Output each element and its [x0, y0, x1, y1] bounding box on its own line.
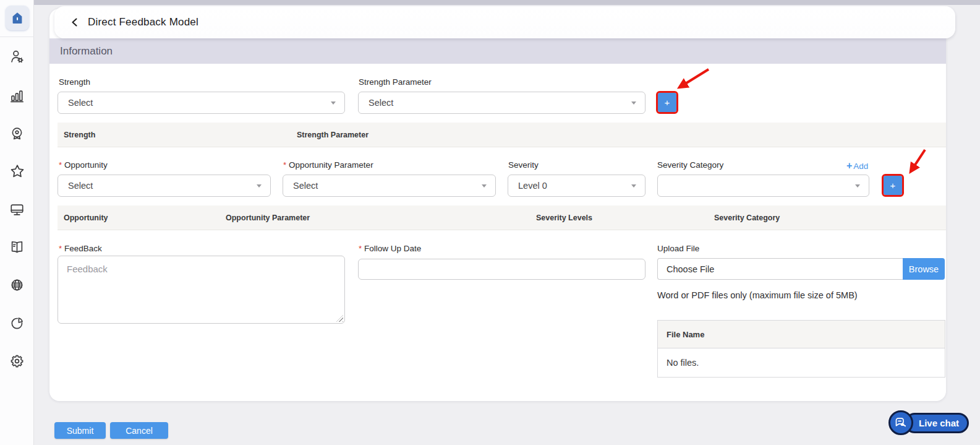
information-card: Information Strength Strength Parameter … — [49, 9, 946, 401]
severity-select-value: Level 0 — [518, 181, 626, 191]
home-icon — [10, 11, 25, 25]
strength-select[interactable]: Select — [58, 92, 345, 114]
chevron-down-icon — [482, 184, 487, 188]
back-button[interactable] — [67, 14, 83, 30]
required-icon: * — [283, 160, 286, 170]
chevron-down-icon — [257, 184, 262, 188]
required-icon: * — [59, 160, 62, 170]
opportunity-select[interactable]: Select — [58, 175, 271, 197]
strength-parameter-label: Strength Parameter — [359, 77, 432, 87]
add-strength-button[interactable]: + — [658, 93, 676, 112]
plus-icon: + — [846, 160, 852, 171]
section-header: Information — [49, 38, 946, 64]
cancel-button[interactable]: Cancel — [110, 422, 168, 439]
opportunity-table-col-severity-levels: Severity Levels — [536, 205, 592, 230]
opportunity-table-col-severity-category: Severity Category — [714, 205, 780, 230]
chevron-down-icon — [631, 102, 636, 105]
severity-label: Severity — [508, 160, 539, 170]
sidebar-item-user-settings[interactable] — [0, 47, 34, 66]
severity-select[interactable]: Level 0 — [508, 175, 646, 197]
live-chat-button[interactable]: Live chat — [888, 410, 969, 435]
opportunity-table-header: Opportunity Opportunity Parameter Severi… — [58, 205, 946, 230]
strength-table-col-strength: Strength — [64, 123, 95, 147]
upload-file-group: Choose File Browse — [657, 258, 945, 280]
pie-chart-icon — [9, 315, 25, 332]
upload-hint: Word or PDF files only (maximum file siz… — [657, 290, 858, 300]
chat-bubble-icon — [888, 410, 913, 435]
required-icon: * — [59, 244, 62, 253]
sidebar-item-settings[interactable] — [0, 352, 34, 370]
add-severity-category-link[interactable]: +Add — [846, 160, 868, 171]
chevron-down-icon — [331, 102, 336, 105]
follow-up-date-label: *Follow Up Date — [359, 244, 421, 253]
sidebar-item-home[interactable] — [6, 6, 29, 30]
bar-chart-icon — [9, 87, 25, 104]
section-title: Information — [60, 45, 113, 58]
page-header: Direct Feedback Model — [54, 6, 955, 38]
monitor-icon — [9, 201, 25, 218]
chevron-left-icon — [70, 18, 79, 27]
sidebar-item-devices[interactable] — [0, 200, 34, 218]
sidebar-item-favorites[interactable] — [0, 162, 34, 181]
sidebar — [0, 0, 34, 445]
feedback-textarea-wrap — [58, 256, 345, 324]
feedback-label: *FeedBack — [59, 244, 102, 253]
sidebar-item-analytics[interactable] — [0, 314, 34, 332]
strength-table-col-parameter: Strength Parameter — [297, 123, 369, 147]
sidebar-item-library[interactable] — [0, 238, 34, 256]
submit-button[interactable]: Submit — [54, 422, 106, 439]
upload-file-label: Upload File — [657, 244, 699, 253]
opportunity-table-col-parameter: Opportunity Parameter — [226, 205, 310, 230]
feedback-textarea[interactable] — [58, 256, 345, 324]
severity-category-select[interactable] — [657, 175, 869, 197]
add-opportunity-button[interactable]: + — [884, 176, 902, 195]
strength-table-header: Strength Strength Parameter — [58, 123, 946, 147]
sidebar-item-badge[interactable] — [0, 124, 34, 143]
opportunity-parameter-select[interactable]: Select — [283, 175, 496, 197]
chevron-down-icon — [631, 184, 636, 188]
user-gear-icon — [9, 48, 25, 65]
book-icon — [9, 239, 25, 256]
globe-icon — [9, 277, 25, 293]
opportunity-select-value: Select — [68, 181, 252, 191]
opportunity-label: *Opportunity — [59, 160, 108, 170]
badge-icon — [9, 126, 25, 142]
choose-file-input[interactable]: Choose File — [657, 258, 903, 280]
file-table-header: File Name — [658, 321, 945, 348]
sidebar-item-reports[interactable] — [0, 86, 34, 105]
strength-parameter-select[interactable]: Select — [358, 92, 646, 114]
file-table-empty-row: No files. — [658, 348, 945, 377]
severity-category-label: Severity Category — [657, 160, 723, 170]
top-strip — [34, 0, 980, 5]
page: Information Strength Strength Parameter … — [34, 0, 980, 445]
required-icon: * — [359, 244, 362, 253]
strength-parameter-select-value: Select — [369, 98, 626, 108]
chevron-down-icon — [855, 184, 860, 188]
sidebar-divider — [0, 37, 34, 37]
sidebar-item-web[interactable] — [0, 275, 34, 294]
live-chat-label: Live chat — [905, 413, 969, 433]
file-table: File Name No files. — [657, 320, 945, 378]
star-icon — [9, 163, 26, 180]
browse-button[interactable]: Browse — [903, 258, 945, 280]
strength-label: Strength — [59, 77, 90, 87]
app: Information Strength Strength Parameter … — [0, 0, 980, 445]
gear-icon — [9, 353, 25, 369]
opportunity-parameter-label: *Opportunity Parameter — [283, 160, 373, 170]
opportunity-parameter-select-value: Select — [293, 181, 477, 191]
follow-up-date-input[interactable] — [358, 259, 646, 280]
page-title: Direct Feedback Model — [88, 16, 198, 28]
opportunity-table-col-opportunity: Opportunity — [64, 205, 108, 230]
strength-select-value: Select — [68, 98, 326, 108]
